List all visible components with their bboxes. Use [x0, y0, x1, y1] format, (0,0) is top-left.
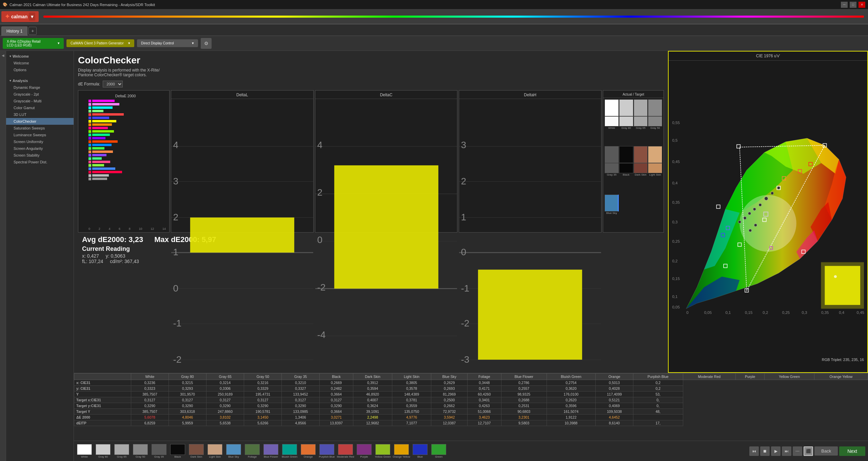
main-content: ◀ Welcome Welcome Options Analysis Dynam…: [0, 51, 868, 461]
swatch-item-light-skin[interactable]: Light Skin: [206, 443, 224, 459]
col-header-yelgreen: Yellow Green: [765, 374, 814, 380]
table-cell: 385,7507: [131, 392, 169, 397]
table-cell: 3,4623: [467, 415, 501, 420]
swatch-item-foliage[interactable]: Foliage: [243, 443, 261, 459]
minimize-button[interactable]: ─: [841, 2, 848, 8]
svg-rect-81: [716, 205, 720, 208]
sidebar-item-screen-stability[interactable]: Screen Stability: [6, 152, 74, 159]
table-cell: 135,0750: [392, 409, 431, 415]
sidebar-item-grayscale-2pt[interactable]: Grayscale - 2pt: [6, 91, 74, 98]
svg-text:0,5: 0,5: [672, 138, 677, 142]
svg-text:2: 2: [173, 212, 179, 222]
col-header-gray80: Gray 80: [169, 374, 206, 380]
swatch-item-orange-yellow[interactable]: Orange Yellow: [392, 443, 411, 459]
bar-chart: DeltaE 2000 02468101214: [78, 90, 170, 233]
swatch-item-purple[interactable]: Purple: [355, 443, 373, 459]
swatch-item-green[interactable]: Green: [430, 443, 448, 459]
table-cell: 250,9189: [206, 392, 244, 397]
device2-button[interactable]: CalMAN Client 3 Pattern Generator ▾: [66, 39, 134, 47]
transport-stop-button[interactable]: ⏹: [760, 446, 770, 456]
bar-row-6: [88, 120, 162, 123]
swatch-item-blue[interactable]: Blue: [411, 443, 429, 459]
sidebar-item-color-gamut[interactable]: Color Gamut: [6, 104, 74, 111]
swatch-item-yellow-green[interactable]: Yellow Green: [374, 443, 392, 459]
sidebar-item-3d-lut[interactable]: 3D LUT: [6, 111, 74, 118]
device1-button[interactable]: X-Rite i1Display Retail LCD (LED RGB) ▾: [3, 38, 64, 49]
table-cell: 39,1091: [353, 409, 392, 415]
swatch-gray35-pair: Gray 35: [605, 146, 619, 193]
table-cell: 0,3290: [131, 403, 169, 409]
table-cell: 0,3624: [353, 403, 392, 409]
table-cell: 0,2531: [501, 403, 547, 409]
table-cell: 2,2498: [353, 415, 392, 420]
sidebar-item-luminance-sweeps[interactable]: Luminance Sweeps: [6, 132, 74, 138]
swatch-item-purplish-blue[interactable]: Purplish Blue: [318, 443, 336, 459]
sidebar-section-welcome-title[interactable]: Welcome: [6, 53, 74, 60]
logo-dropdown-button[interactable]: ▾: [29, 13, 35, 21]
sidebar-item-grayscale-multi[interactable]: Grayscale - Multi: [6, 98, 74, 104]
back-button[interactable]: Back: [814, 446, 838, 456]
sidebar-section-analysis-title[interactable]: Analysis: [6, 77, 74, 84]
swatch-item-bluish-green[interactable]: Bluish Green: [280, 443, 299, 459]
swatch-item-orange[interactable]: Orange: [299, 443, 317, 459]
table-cell: 301,9570: [169, 392, 206, 397]
settings-button[interactable]: ⚙: [201, 38, 212, 49]
deltah-title: DeltaH: [459, 91, 601, 99]
transport-prev-button[interactable]: ⏮: [749, 446, 759, 456]
table-cell: 60,4260: [467, 392, 501, 397]
bar-row-19: [88, 164, 162, 167]
transport-more-button[interactable]: ⋯: [793, 446, 802, 456]
sidebar-item-saturation-sweeps[interactable]: Saturation Sweeps: [6, 125, 74, 132]
table-cell: 51,0066: [467, 409, 501, 415]
sidebar-item-screen-angularity[interactable]: Screen Angularity: [6, 145, 74, 152]
next-button[interactable]: Next: [839, 446, 865, 456]
col-header-label: [74, 374, 131, 380]
de-formula-select[interactable]: 2000 76 94: [103, 81, 123, 87]
maximize-button[interactable]: □: [850, 2, 856, 8]
sidebar-item-dynamic-range[interactable]: Dynamic Range: [6, 84, 74, 91]
swatch-item-gray-80[interactable]: Gray 80: [94, 443, 112, 459]
swatch-gray65-pair: Gray 65: [634, 99, 648, 146]
table-cell: 4,6452: [595, 415, 633, 420]
transport-record-button[interactable]: ⬛: [804, 446, 813, 456]
swatch-item-blue-flower[interactable]: Blue Flower: [262, 443, 280, 459]
swatch-item-dark-skin[interactable]: Dark Skin: [187, 443, 205, 459]
table-cell: 8,6140: [595, 420, 633, 426]
swatch-item-black[interactable]: Black: [169, 443, 187, 459]
swatch-item-gray-35[interactable]: Gray 35: [150, 443, 168, 459]
swatch-item-white[interactable]: White: [75, 443, 94, 459]
svg-text:0,2: 0,2: [672, 259, 677, 263]
table-cell: 10,3988: [547, 420, 595, 426]
swatch-item-blue-sky[interactable]: Blue Sky: [224, 443, 243, 459]
sidebar-item-welcome[interactable]: Welcome: [6, 60, 74, 66]
svg-text:3: 3: [461, 140, 467, 150]
table-cell: 0,3215: [169, 380, 206, 386]
transport-skip-button[interactable]: ⏭: [782, 446, 791, 456]
col-header-gray35: Gray 35: [282, 374, 319, 380]
sidebar-item-spectral-power[interactable]: Spectral Power Dist.: [6, 159, 74, 165]
bar-row-4: [88, 113, 162, 116]
svg-text:2: 2: [461, 176, 467, 186]
transport-play-button[interactable]: ▶: [771, 446, 781, 456]
sidebar-item-screen-uniformity[interactable]: Screen Uniformity: [6, 138, 74, 145]
table-cell: 0,3329: [244, 386, 282, 392]
swatch-item-gray-65[interactable]: Gray 65: [113, 443, 131, 459]
swatch-item-moderate-red[interactable]: Moderate Red: [336, 443, 355, 459]
sidebar-item-options[interactable]: Options: [6, 66, 74, 73]
add-tab-button[interactable]: +: [28, 27, 37, 35]
bar-row-16: [88, 154, 162, 157]
table-cell: [633, 415, 683, 420]
table-cell: 13,8397: [319, 420, 353, 426]
device3-button[interactable]: Direct Display Control ▾: [137, 39, 198, 47]
sidebar-toggle[interactable]: ◀: [0, 51, 6, 461]
data-table-wrapper[interactable]: White Gray 80 Gray 65 Gray 50 Gray 35 Bl…: [74, 373, 868, 441]
swatch-item-gray-50[interactable]: Gray 50: [131, 443, 150, 459]
tab-history1[interactable]: History 1: [1, 26, 27, 36]
close-button[interactable]: ✕: [859, 2, 865, 8]
swatch-bar: WhiteGray 80Gray 65Gray 50Gray 35BlackDa…: [74, 441, 868, 461]
table-cell: 0,4263: [467, 403, 501, 409]
svg-text:0,1: 0,1: [725, 310, 731, 315]
col-header-purple: Purple: [736, 374, 765, 380]
svg-point-91: [744, 217, 746, 219]
sidebar-item-colorchecker[interactable]: ColorChecker: [6, 118, 74, 125]
